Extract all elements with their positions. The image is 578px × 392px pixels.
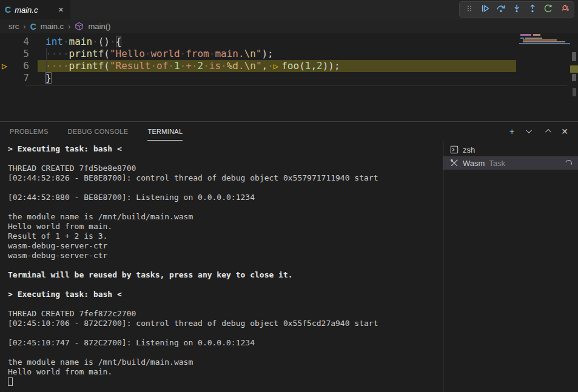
code-line-7[interactable]: 7} xyxy=(0,72,578,84)
terminal-item-type: Task xyxy=(489,159,505,168)
terminal-line: > Executing task: bash < xyxy=(8,290,443,299)
notification-dot xyxy=(566,8,569,11)
code-token: 2 xyxy=(317,60,323,71)
terminal-line: THREAD CREATED 7fd5be8e8700 xyxy=(8,164,443,173)
code-token: · xyxy=(180,48,186,59)
code-token: · xyxy=(180,60,186,71)
code-token: foo xyxy=(281,60,299,71)
code-text: int·main·()·{ xyxy=(45,36,121,48)
terminal-line: wasm-debug-server-ctr xyxy=(8,251,443,261)
bottom-panel: PROBLEMSDEBUG CONSOLETERMINAL +✕ > Execu… xyxy=(0,121,578,392)
gutter-space xyxy=(0,36,16,48)
continue-button[interactable] xyxy=(479,3,492,16)
code-token: " xyxy=(256,60,262,71)
breadcrumb-item-src[interactable]: src xyxy=(8,22,19,31)
terminal-line: wasm-debug-server-ctr xyxy=(8,241,443,251)
code-token: is xyxy=(209,60,221,71)
code-token: · xyxy=(221,60,227,71)
code-line-5[interactable]: 5····printf("Hello·world·from·main.\n"); xyxy=(0,48,578,60)
panel-tab-terminal[interactable]: TERMINAL xyxy=(147,122,183,141)
code-token: · xyxy=(203,60,209,71)
scrollbar-overview-ruler[interactable] xyxy=(570,33,578,121)
gutter-space xyxy=(0,48,16,60)
code-token: %d xyxy=(227,60,238,71)
code-token: from xyxy=(186,48,209,59)
terminal-item-label: Wasm xyxy=(463,159,485,168)
terminal-line: Hello world from main. xyxy=(8,367,443,377)
code-token: · xyxy=(63,36,69,47)
code-editor[interactable]: 4int·main·()·{5····printf("Hello·world·f… xyxy=(0,33,578,121)
code-token: main. xyxy=(215,48,244,59)
step-out-icon xyxy=(528,4,537,16)
code-text: ····printf("Hello·world·from·main.\n"); xyxy=(45,48,274,60)
breadcrumb-separator-icon: › xyxy=(23,22,25,31)
maximize-panel-button[interactable] xyxy=(542,127,552,136)
vscode-window: C main.c ✕ src›Cmain.c›main() 4int·main·… xyxy=(0,0,578,392)
restart-button[interactable] xyxy=(542,3,555,16)
minimap-line xyxy=(533,34,540,36)
code-token: printf xyxy=(69,48,104,59)
terminal-dropdown-button[interactable] xyxy=(525,127,534,136)
terminal-line xyxy=(8,348,443,357)
terminal-line: > Executing task: bash < xyxy=(8,144,443,154)
code-token: } xyxy=(45,72,52,84)
code-token: \n xyxy=(244,48,256,59)
code-token: , xyxy=(262,60,268,71)
chevron-up-icon xyxy=(545,129,551,135)
code-token: ); xyxy=(261,48,273,59)
scrollbar-decoration xyxy=(572,52,576,61)
code-token: of xyxy=(156,60,168,71)
line-number: 4 xyxy=(16,36,29,48)
terminal-list-item-zsh[interactable]: zsh xyxy=(443,143,578,156)
gutter-space xyxy=(0,72,16,84)
terminal-cursor xyxy=(8,377,13,386)
restart-icon xyxy=(543,4,553,16)
step-over-button[interactable] xyxy=(494,3,508,16)
close-tab-icon[interactable]: ✕ xyxy=(57,5,65,15)
drag-handle[interactable] xyxy=(463,3,476,16)
minimap[interactable] xyxy=(519,33,574,77)
panel-header: PROBLEMSDEBUG CONSOLETERMINAL +✕ xyxy=(0,122,578,141)
step-into-button[interactable] xyxy=(510,3,523,16)
terminal-line xyxy=(8,202,443,212)
tab-bar: C main.c ✕ xyxy=(0,0,578,19)
panel-body: > Executing task: bash <THREAD CREATED 7… xyxy=(0,141,578,392)
code-token: · xyxy=(192,60,198,71)
debug-current-line-arrow-icon: ▷ xyxy=(0,60,16,72)
terminal-line: Result of 1 + 2 is 3. xyxy=(8,231,443,241)
panel-tab-problems[interactable]: PROBLEMS xyxy=(10,122,49,141)
tab-label: main.c xyxy=(15,5,53,15)
code-token: , xyxy=(311,60,317,71)
editor-tab-main-c[interactable]: C main.c ✕ xyxy=(0,0,70,19)
loading-spinner-icon xyxy=(564,159,573,167)
terminal-list-item-wasm[interactable]: WasmTask xyxy=(443,156,578,170)
terminal-output[interactable]: > Executing task: bash <THREAD CREATED 7… xyxy=(0,141,443,392)
code-token: · xyxy=(110,36,116,47)
panel-tab-debug-console[interactable]: DEBUG CONSOLE xyxy=(68,122,129,141)
terminal-line: [02:45:10:706 - 872C2700]: control threa… xyxy=(8,319,443,328)
terminal-line xyxy=(8,299,443,309)
editor-rule xyxy=(25,85,567,86)
code-token: · xyxy=(209,48,215,59)
terminal-line: Terminal will be reused by tasks, press … xyxy=(8,270,443,280)
step-out-button[interactable] xyxy=(526,3,539,16)
inline-execution-pointer-icon: ▷ xyxy=(274,61,281,71)
terminal-line xyxy=(8,377,443,387)
close-panel-button[interactable]: ✕ xyxy=(560,127,570,136)
code-line-6[interactable]: ▷6····printf("Result·of·1·+·2·is·%d.\n",… xyxy=(0,60,578,72)
breadcrumb-item-mainc[interactable]: main.c xyxy=(41,22,64,31)
drag-handle-icon xyxy=(466,4,472,16)
code-line-4[interactable]: 4int·main·()·{ xyxy=(0,36,578,48)
code-token: \n xyxy=(244,60,256,71)
new-terminal-button[interactable]: + xyxy=(507,127,517,136)
code-token: ( xyxy=(104,48,110,59)
line-number: 5 xyxy=(16,48,29,60)
code-token: · xyxy=(168,60,174,71)
breadcrumb-item-main[interactable]: main() xyxy=(88,22,110,31)
code-token: )); xyxy=(323,60,340,71)
chevron-down-icon xyxy=(526,127,532,133)
minimap-line xyxy=(523,39,557,41)
code-text: ····printf("Result·of·1·+·2·is·%d.\n",·▷… xyxy=(45,60,340,72)
c-file-icon: C xyxy=(30,22,36,31)
terminal-line xyxy=(8,328,443,338)
